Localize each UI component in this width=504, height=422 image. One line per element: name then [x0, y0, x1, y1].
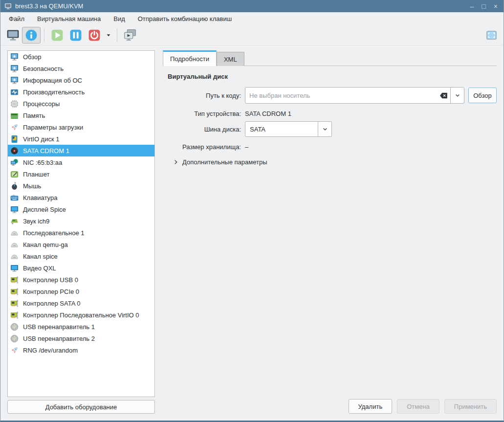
controller-icon: [10, 288, 19, 296]
media-path-input[interactable]: [245, 92, 439, 99]
controller-icon: [10, 311, 19, 319]
action-buttons: Удалить Отмена Применить: [163, 399, 497, 414]
details-button[interactable]: [22, 27, 41, 44]
minimize-button[interactable]: –: [470, 3, 474, 10]
device-list-item[interactable]: Производительность: [8, 86, 154, 98]
device-list-item[interactable]: Планшет: [8, 168, 154, 180]
maximize-button[interactable]: □: [482, 3, 485, 10]
fullscreen-icon: [485, 30, 498, 41]
display-icon: [10, 264, 19, 272]
device-label: Процессоры: [23, 100, 60, 108]
device-label: VirtIO диск 1: [23, 135, 59, 143]
serial-icon: [10, 229, 19, 237]
menu-item[interactable]: Виртуальная машина: [31, 12, 107, 25]
close-button[interactable]: ×: [494, 3, 498, 10]
run-button[interactable]: [48, 27, 66, 44]
monitor-icon: [10, 53, 19, 61]
device-list-item[interactable]: NIC :65:b3:aa: [8, 156, 154, 168]
device-list-item[interactable]: Контроллер PCIe 0: [8, 286, 154, 297]
chevron-down-icon: [454, 92, 461, 99]
advanced-options-expander[interactable]: Дополнительные параметры: [173, 158, 497, 166]
device-list-item[interactable]: Обзор: [8, 51, 154, 63]
device-list-item[interactable]: Процессоры: [8, 98, 154, 110]
device-label: SATA CDROM 1: [23, 147, 69, 155]
cancel-button[interactable]: Отмена: [397, 399, 439, 414]
shutdown-button[interactable]: [85, 27, 104, 44]
device-list-item[interactable]: Дисплей Spice: [8, 203, 154, 215]
shutdown-menu-button[interactable]: [104, 27, 113, 44]
toolbar-separator: [44, 28, 44, 42]
apply-button[interactable]: Применить: [444, 399, 497, 414]
device-list-item[interactable]: Канал spice: [8, 250, 154, 262]
disk-bus-row: Шина диска: SATA: [168, 121, 497, 137]
menu-item[interactable]: Вид: [107, 12, 131, 25]
device-list-item[interactable]: RNG /dev/urandom: [8, 344, 154, 356]
title-bar[interactable]: brest3.3 на QEMU/KVM – □ ×: [0, 0, 504, 12]
device-label: NIC :65:b3:aa: [23, 159, 62, 166]
media-path-dropdown-button[interactable]: [450, 88, 464, 103]
device-list-item[interactable]: Безопасность: [8, 63, 154, 74]
disk-bus-select[interactable]: SATA: [245, 121, 332, 137]
browse-button[interactable]: Обзор: [468, 88, 497, 103]
device-list-item[interactable]: Контроллер Последовательное VirtIO 0: [8, 309, 154, 321]
device-list-item[interactable]: Информация об ОС: [8, 74, 154, 86]
device-label: USB перенаправитель 1: [23, 323, 95, 331]
device-list-item[interactable]: Мышь: [8, 180, 154, 192]
device-label: Обзор: [23, 53, 42, 61]
performance-icon: [10, 88, 19, 96]
device-list-item[interactable]: USB перенаправитель 2: [8, 333, 154, 344]
remove-button[interactable]: Удалить: [349, 399, 393, 414]
device-list-item[interactable]: Видео QXL: [8, 262, 154, 274]
device-list-item[interactable]: Последовательное 1: [8, 227, 154, 239]
tab-details[interactable]: Подробности: [163, 50, 217, 66]
add-hardware-button[interactable]: Добавить оборудование: [7, 400, 155, 414]
clear-input-icon[interactable]: [439, 91, 448, 100]
device-list-item[interactable]: Канал qemu-ga: [8, 239, 154, 250]
device-list-item[interactable]: Память: [8, 110, 154, 121]
device-list-item[interactable]: Звук ich9: [8, 215, 154, 227]
menu-item[interactable]: Файл: [2, 12, 31, 25]
info-icon: [25, 29, 38, 42]
toolbar: [0, 25, 504, 45]
device-label: Звук ich9: [23, 218, 49, 225]
device-label: USB перенаправитель 2: [23, 335, 95, 342]
tab-xml[interactable]: XML: [217, 52, 244, 66]
device-list-item[interactable]: USB перенаправитель 1: [8, 321, 154, 333]
fullscreen-button[interactable]: [482, 27, 501, 44]
device-label: Контроллер SATA 0: [23, 300, 81, 307]
details-column: Подробности XML Виртуальный диск Путь к …: [163, 50, 497, 414]
network-icon: [10, 158, 19, 167]
window-title: brest3.3 на QEMU/KVM: [15, 2, 83, 10]
vm-details-window: brest3.3 на QEMU/KVM – □ × ФайлВиртуальн…: [0, 0, 504, 422]
device-label: RNG /dev/urandom: [23, 347, 78, 354]
memory-icon: [10, 111, 19, 120]
device-list-item[interactable]: Контроллер SATA 0: [8, 297, 154, 309]
console-monitor-icon: [6, 29, 20, 42]
pause-icon: [69, 29, 82, 42]
device-list-item[interactable]: SATA CDROM 1: [8, 145, 154, 156]
device-list-item[interactable]: Клавиатура: [8, 192, 154, 203]
menu-item[interactable]: Отправить комбинацию клавиш: [131, 12, 238, 25]
device-label: Мышь: [23, 182, 41, 190]
device-list-item[interactable]: Контроллер USB 0: [8, 274, 154, 286]
cdrom-icon: [10, 147, 19, 155]
console-button[interactable]: [3, 27, 22, 44]
window-controls: – □ ×: [470, 3, 500, 10]
device-list-item[interactable]: Параметры загрузки: [8, 121, 154, 133]
disk-bus-dropdown-button[interactable]: [318, 122, 331, 136]
device-type-label: Тип устройства:: [168, 110, 241, 117]
device-label: Контроллер USB 0: [23, 276, 78, 284]
advanced-options-label: Дополнительные параметры: [182, 158, 267, 166]
virtual-displays-button[interactable]: [121, 27, 139, 44]
device-label: Контроллер PCIe 0: [23, 288, 79, 295]
device-label: Видео QXL: [23, 265, 56, 272]
device-type-row: Тип устройства: SATA CDROM 1: [168, 108, 497, 119]
pause-button[interactable]: [66, 27, 85, 44]
virtual-displays-icon: [124, 29, 136, 42]
play-icon: [51, 29, 64, 42]
usb-icon: [10, 334, 19, 343]
device-list-item[interactable]: VirtIO диск 1: [8, 133, 154, 145]
caret-down-icon: [106, 32, 111, 38]
monitor-icon: [10, 76, 19, 85]
media-path-row: Путь к коду: Обзор: [168, 87, 497, 104]
